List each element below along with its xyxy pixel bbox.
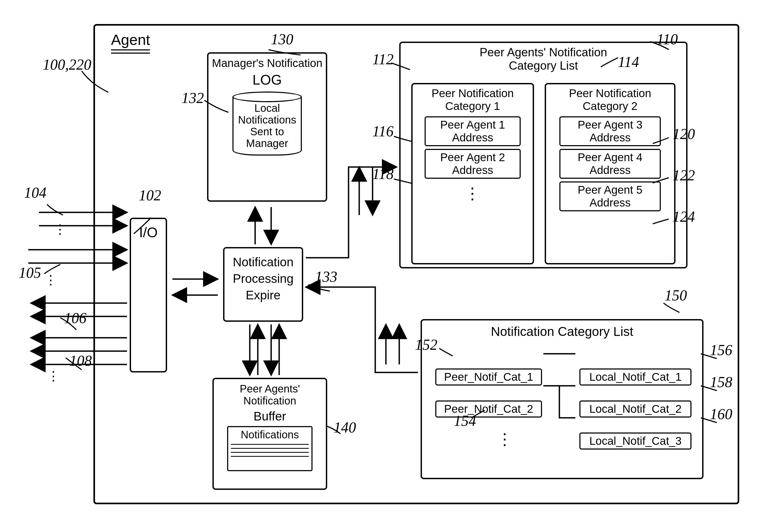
managers-log-title1: Manager's Notification — [209, 56, 326, 71]
ref-152: 152 — [415, 336, 437, 353]
managers-log-title2: LOG — [209, 71, 326, 89]
peer-agent-2-addr: Peer Agent 2 Address — [424, 149, 521, 179]
buffer-title1: Peer Agents' Notification — [214, 382, 326, 408]
buffer-notif-label: Notifications — [241, 429, 299, 440]
ref-156: 156 — [710, 342, 732, 359]
cat1-vdots: ⋮ — [413, 184, 533, 203]
ref-160: 160 — [710, 405, 732, 423]
ref-116: 116 — [372, 123, 394, 140]
peer-cat-list-box: Peer Agents' Notification Category List … — [399, 42, 688, 268]
ref-120: 120 — [672, 125, 695, 142]
ref-102: 102 — [139, 187, 161, 204]
ref-105: 105 — [19, 264, 41, 281]
peer-cat-1-title: Peer Notification Category 1 — [413, 86, 533, 114]
peer-agent-3-addr: Peer Agent 3 Address — [559, 116, 661, 146]
npe-l1: Notification — [224, 254, 302, 270]
managers-log-box: Manager's Notification LOG LocalNotifica… — [207, 52, 327, 202]
ref-110: 110 — [657, 31, 678, 48]
io-label: I/O — [139, 224, 157, 240]
npe-l3: Expire — [224, 287, 302, 303]
pn2: Peer_Notif_Cat_2 — [435, 400, 542, 418]
ncl-vdots: ⋮ — [497, 430, 513, 448]
svg-text:⋮: ⋮ — [44, 273, 57, 287]
log-cylinder: LocalNotificationsSent toManager — [232, 92, 302, 156]
ref-133: 133 — [315, 268, 337, 285]
ln2: Local_Notif_Cat_2 — [579, 400, 692, 418]
peer-agent-4-addr: Peer Agent 4 Address — [559, 149, 661, 179]
ref-118: 118 — [372, 166, 394, 182]
peer-cat-1: Peer Notification Category 1 Peer Agent … — [411, 83, 534, 264]
notif-cat-list-title: Notification Category List — [422, 323, 702, 340]
ref-124: 124 — [672, 208, 695, 225]
peer-cat-list-title: Peer Agents' Notification Category List — [401, 45, 686, 73]
ref-114: 114 — [618, 53, 639, 70]
peer-cat-2: Peer Notification Category 2 Peer Agent … — [545, 83, 675, 264]
buffer-notifications: Notifications — [227, 426, 312, 471]
ref-122: 122 — [672, 167, 695, 184]
pn1: Peer_Notif_Cat_1 — [435, 368, 542, 386]
ref-132: 132 — [181, 89, 204, 106]
ref-154: 154 — [454, 412, 476, 429]
svg-text:⋮: ⋮ — [47, 369, 60, 383]
peer-agent-1-addr: Peer Agent 1 Address — [424, 116, 521, 146]
npe-l2: Processing — [224, 270, 302, 287]
buffer-box: Peer Agents' Notification Buffer Notific… — [213, 378, 327, 490]
ref-108: 108 — [69, 352, 92, 369]
peer-cat-2-title: Peer Notification Category 2 — [546, 86, 674, 114]
ln1: Local_Notif_Cat_1 — [579, 368, 692, 386]
cylinder-text: LocalNotificationsSent toManager — [232, 97, 302, 156]
ln3: Local_Notif_Cat_3 — [579, 433, 692, 450]
ref-158: 158 — [710, 373, 732, 391]
ref-140: 140 — [334, 419, 356, 436]
ref-150: 150 — [664, 287, 687, 304]
buffer-title2: Buffer — [214, 408, 326, 425]
ref-130: 130 — [271, 31, 293, 48]
peer-agent-5-addr: Peer Agent 5 Address — [559, 181, 661, 211]
npe-box: Notification Processing Expire — [223, 247, 303, 322]
ref-112: 112 — [372, 51, 394, 68]
io-box: I/O — [130, 218, 167, 372]
ref-100-220: 100,220 — [43, 56, 91, 73]
svg-text:⋮: ⋮ — [54, 222, 66, 236]
agent-title: Agent — [111, 31, 150, 55]
notif-cat-list-box: Notification Category List Peer_Notif_Ca… — [420, 319, 703, 479]
ref-106: 106 — [64, 310, 87, 326]
ref-104: 104 — [24, 184, 46, 201]
